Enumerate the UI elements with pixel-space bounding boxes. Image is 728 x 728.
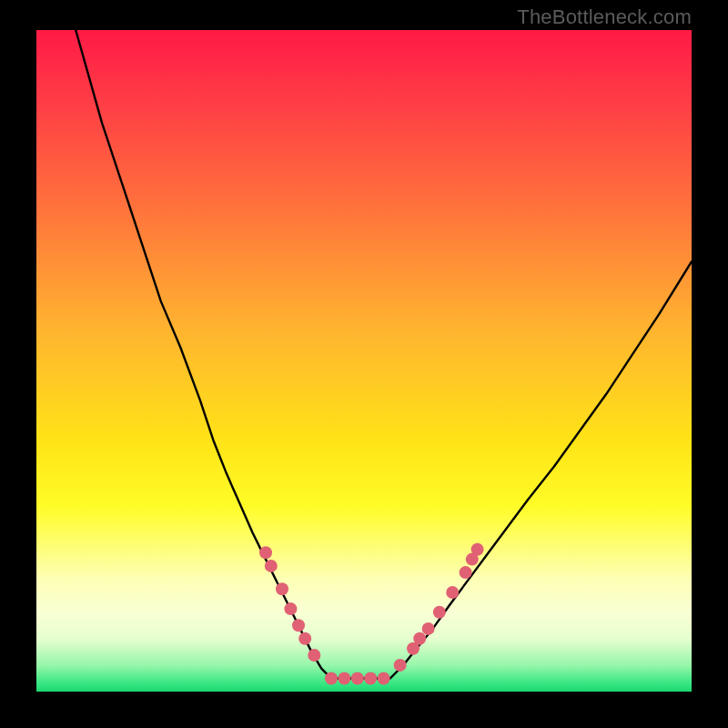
data-marker bbox=[378, 672, 390, 685]
data-marker bbox=[284, 602, 297, 615]
data-marker bbox=[259, 546, 272, 559]
data-marker bbox=[413, 632, 426, 645]
data-marker bbox=[265, 560, 278, 572]
data-marker bbox=[292, 619, 305, 632]
chart-frame: TheBottleneck.com bbox=[0, 0, 728, 728]
attribution-text: TheBottleneck.com bbox=[517, 5, 692, 29]
data-marker bbox=[394, 659, 407, 672]
data-marker bbox=[471, 543, 484, 556]
plot-area bbox=[36, 30, 692, 692]
data-marker bbox=[460, 566, 472, 579]
data-marker bbox=[325, 672, 338, 685]
curve-overlay bbox=[36, 30, 692, 692]
data-marker bbox=[364, 672, 377, 685]
data-marker bbox=[422, 622, 435, 635]
data-markers bbox=[259, 543, 484, 685]
data-marker bbox=[433, 606, 446, 619]
data-marker bbox=[446, 586, 459, 599]
data-marker bbox=[338, 672, 350, 685]
data-marker bbox=[351, 672, 364, 685]
bottleneck-curve bbox=[76, 30, 692, 679]
data-marker bbox=[276, 582, 288, 595]
data-marker bbox=[308, 649, 320, 662]
data-marker bbox=[298, 632, 311, 645]
